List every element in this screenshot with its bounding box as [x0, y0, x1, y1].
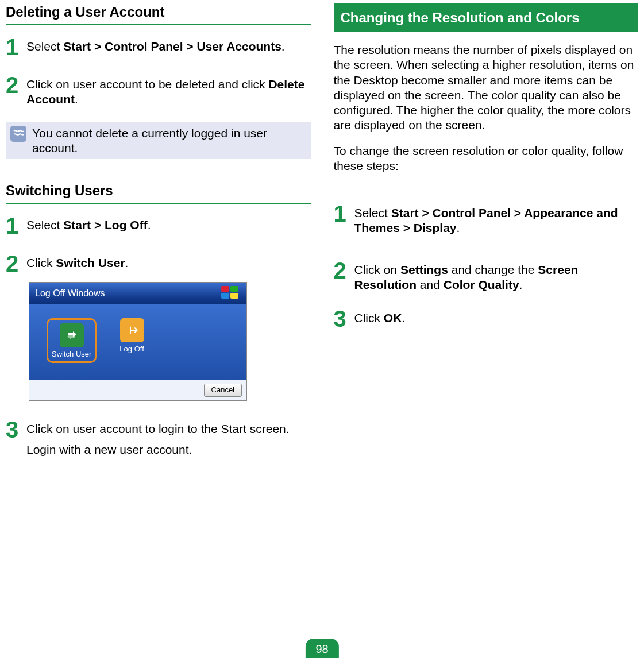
dialog-body: Switch User Log Off [29, 304, 246, 380]
step-text: and change the [448, 263, 538, 276]
step-text: . [281, 40, 285, 53]
section-heading-resolution: Changing the Resolution and Colors [334, 3, 639, 32]
step-number: 1 [6, 214, 22, 237]
step-text: Click on user account to login to the St… [26, 422, 311, 436]
step-text: and [417, 278, 444, 291]
res-step-2: 2 Click on Settings and change the Scree… [334, 259, 639, 293]
intro-paragraph-1: The resolution means the number of pixel… [334, 42, 639, 133]
logoff-label: Log Off [119, 345, 144, 354]
note-box: You cannot delete a currently logged in … [6, 122, 311, 160]
switch-step-2: 2 Click Switch User. [6, 252, 311, 275]
step-number: 3 [334, 307, 350, 330]
page-number-tab: 98 [305, 639, 338, 658]
step-number: 2 [6, 252, 22, 275]
logoff-icon [120, 318, 144, 342]
step-text: . [148, 218, 151, 231]
step-bold: Switch User [56, 256, 125, 269]
step-bold: Start > Control Panel > User Accounts [63, 40, 281, 53]
step-text: Select [26, 40, 63, 53]
step-number: 2 [334, 259, 350, 282]
res-step-1: 1 Select Start > Control Panel > Appeara… [334, 202, 639, 236]
step-text: Click on [354, 263, 401, 276]
step-text: Click [26, 256, 56, 269]
note-icon [10, 126, 26, 142]
step-bold: Settings [400, 263, 448, 276]
switch-user-button[interactable]: Switch User [52, 323, 91, 359]
dialog-titlebar: Log Off Windows [29, 283, 246, 304]
step-bold: Start > Control Panel > Appearance and T… [354, 206, 618, 234]
left-column: Deleting a User Account 1 Select Start >… [6, 0, 311, 472]
switch-step-3: 3 Click on user account to login to the … [6, 418, 311, 458]
logoff-button[interactable]: Log Off [119, 318, 144, 363]
step-number: 1 [6, 36, 22, 59]
step-bold: OK [384, 311, 402, 324]
step-text: . [457, 221, 460, 234]
note-text: You cannot delete a currently logged in … [32, 126, 306, 156]
switch-user-label: Switch User [52, 350, 91, 359]
switch-step-1: 1 Select Start > Log Off. [6, 214, 311, 237]
step-bold: Color Quality [444, 278, 519, 291]
delete-step-1: 1 Select Start > Control Panel > User Ac… [6, 36, 311, 59]
delete-step-2: 2 Click on user account to be deleted an… [6, 74, 311, 107]
step-text: Select [354, 206, 391, 219]
step-text: . [402, 311, 405, 324]
step-text: . [125, 256, 129, 269]
step-text: Select [26, 218, 63, 231]
switch-user-highlight: Switch User [47, 318, 97, 363]
right-column: Changing the Resolution and Colors The r… [334, 0, 639, 472]
step-subtext: Login with a new user account. [26, 442, 311, 457]
intro-paragraph-2: To change the screen resolution or color… [334, 144, 639, 174]
res-step-3: 3 Click OK. [334, 307, 639, 330]
section-heading-deleting-user: Deleting a User Account [6, 3, 311, 25]
step-text: . [519, 278, 523, 291]
dialog-footer: Cancel [29, 380, 246, 400]
cancel-button[interactable]: Cancel [204, 384, 242, 396]
switch-user-icon [60, 323, 84, 347]
step-number: 3 [6, 418, 22, 441]
step-text: Click [354, 311, 384, 324]
step-number: 1 [334, 202, 350, 225]
step-text: Click on user account to be deleted and … [26, 78, 268, 91]
section-heading-switching-users: Switching Users [6, 182, 311, 204]
step-number: 2 [6, 74, 22, 96]
step-text: . [75, 92, 78, 106]
logoff-dialog: Log Off Windows Switch User [29, 282, 247, 401]
windows-logo-icon [221, 286, 241, 301]
step-bold: Start > Log Off [63, 218, 147, 231]
dialog-title-text: Log Off Windows [35, 288, 105, 299]
